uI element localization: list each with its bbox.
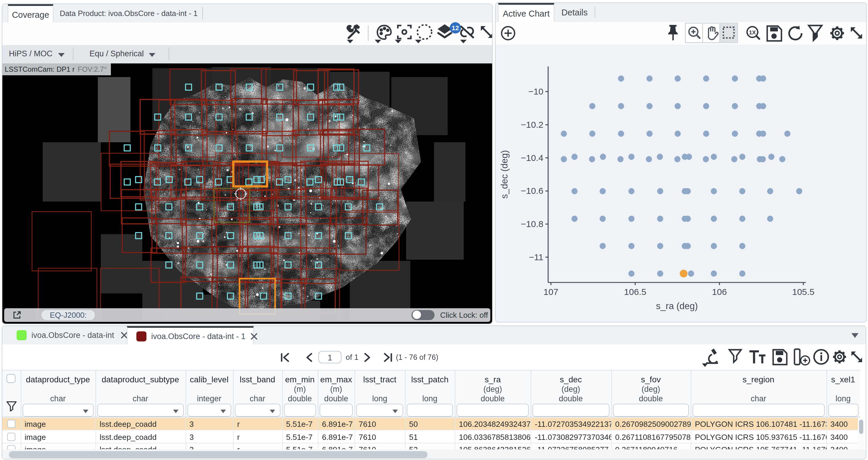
- svg-text:−10.4: −10.4: [521, 153, 544, 163]
- svg-text:s_dec (deg): s_dec (deg): [499, 150, 509, 199]
- svg-text:107: 107: [544, 287, 558, 297]
- svg-text:−11: −11: [529, 252, 544, 262]
- svg-text:12: 12: [452, 24, 459, 32]
- svg-text:106.5: 106.5: [624, 287, 646, 297]
- svg-text:−10.8: −10.8: [521, 219, 544, 229]
- svg-text:105.5: 105.5: [792, 287, 814, 297]
- svg-text:−10.2: −10.2: [521, 120, 544, 129]
- svg-text:s_ra (deg): s_ra (deg): [656, 301, 698, 311]
- svg-text:1X: 1X: [749, 29, 756, 36]
- svg-text:106: 106: [712, 287, 727, 297]
- svg-text:−10.6: −10.6: [521, 186, 544, 195]
- svg-text:−10: −10: [528, 87, 544, 96]
